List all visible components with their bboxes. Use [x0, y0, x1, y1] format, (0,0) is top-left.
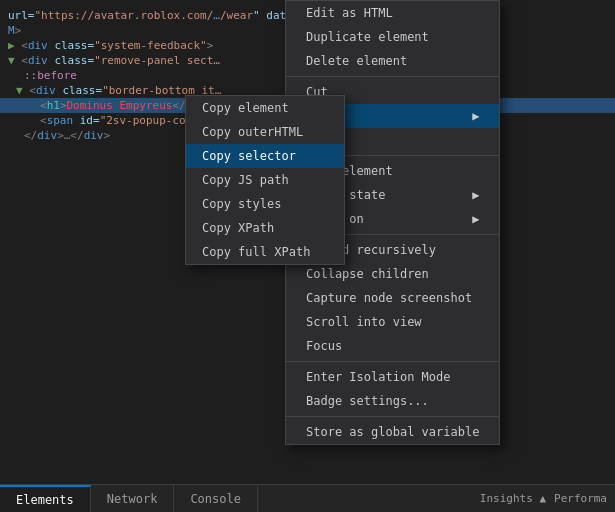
submenu-item-copy-full-xpath[interactable]: Copy full XPath — [186, 240, 344, 264]
tab-network[interactable]: Network — [91, 485, 175, 512]
separator — [286, 361, 499, 362]
menu-item-edit-as-html[interactable]: Edit as HTML — [286, 1, 499, 25]
separator — [286, 416, 499, 417]
submenu-arrow: ▶ — [472, 212, 479, 226]
submenu-arrow: ▶ — [472, 188, 479, 202]
tab-elements[interactable]: Elements — [0, 485, 91, 512]
menu-item-capture-screenshot[interactable]: Capture node screenshot — [286, 286, 499, 310]
menu-item-badge-settings[interactable]: Badge settings... — [286, 389, 499, 413]
submenu-item-copy-xpath[interactable]: Copy XPath — [186, 216, 344, 240]
menu-item-enter-isolation-mode[interactable]: Enter Isolation Mode — [286, 365, 499, 389]
copy-submenu: Copy element Copy outerHTML Copy selecto… — [185, 95, 345, 265]
menu-item-focus[interactable]: Focus — [286, 334, 499, 358]
menu-item-scroll-into-view[interactable]: Scroll into view — [286, 310, 499, 334]
tab-console[interactable]: Console — [174, 485, 258, 512]
submenu-item-copy-element[interactable]: Copy element — [186, 96, 344, 120]
menu-item-store-global-variable[interactable]: Store as global variable — [286, 420, 499, 444]
menu-item-delete-element[interactable]: Delete element — [286, 49, 499, 73]
menu-item-collapse-children[interactable]: Collapse children — [286, 262, 499, 286]
submenu-item-copy-outerhtml[interactable]: Copy outerHTML — [186, 120, 344, 144]
right-tabs: Insights ▲ Performa — [480, 485, 615, 512]
submenu-arrow: ▶ — [472, 109, 479, 123]
submenu-item-copy-styles[interactable]: Copy styles — [186, 192, 344, 216]
separator — [286, 76, 499, 77]
menu-item-duplicate-element[interactable]: Duplicate element — [286, 25, 499, 49]
submenu-item-copy-selector[interactable]: Copy selector — [186, 144, 344, 168]
submenu-item-copy-js-path[interactable]: Copy JS path — [186, 168, 344, 192]
tab-bar: Elements Network Console Insights ▲ Perf… — [0, 484, 615, 512]
